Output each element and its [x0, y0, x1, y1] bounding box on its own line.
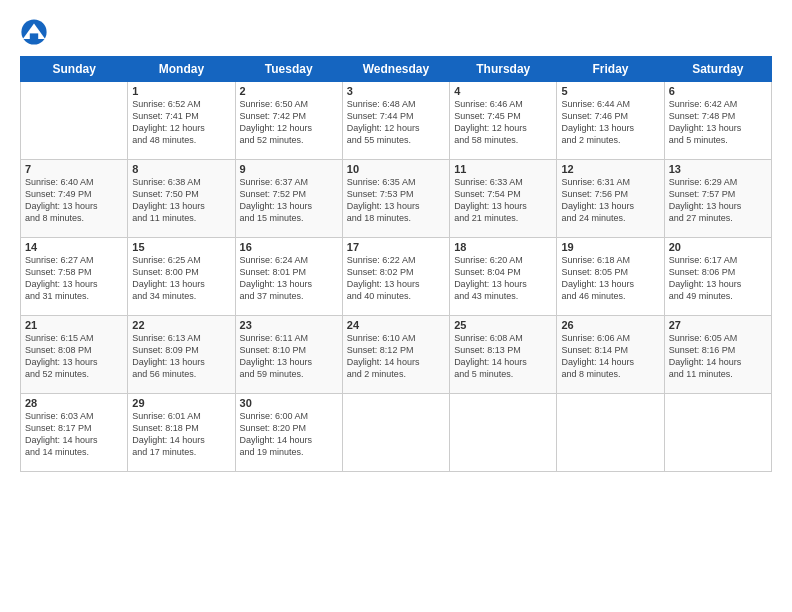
day-number: 15	[132, 241, 230, 253]
day-info: Sunrise: 6:33 AM Sunset: 7:54 PM Dayligh…	[454, 176, 552, 225]
day-info: Sunrise: 6:31 AM Sunset: 7:56 PM Dayligh…	[561, 176, 659, 225]
calendar-cell: 18Sunrise: 6:20 AM Sunset: 8:04 PM Dayli…	[450, 238, 557, 316]
day-info: Sunrise: 6:24 AM Sunset: 8:01 PM Dayligh…	[240, 254, 338, 303]
day-info: Sunrise: 6:27 AM Sunset: 7:58 PM Dayligh…	[25, 254, 123, 303]
day-number: 1	[132, 85, 230, 97]
day-number: 6	[669, 85, 767, 97]
calendar-cell: 2Sunrise: 6:50 AM Sunset: 7:42 PM Daylig…	[235, 82, 342, 160]
day-number: 17	[347, 241, 445, 253]
calendar-cell: 1Sunrise: 6:52 AM Sunset: 7:41 PM Daylig…	[128, 82, 235, 160]
calendar-cell: 21Sunrise: 6:15 AM Sunset: 8:08 PM Dayli…	[21, 316, 128, 394]
calendar-cell	[557, 394, 664, 472]
weekday-header-sunday: Sunday	[21, 57, 128, 82]
calendar-cell: 28Sunrise: 6:03 AM Sunset: 8:17 PM Dayli…	[21, 394, 128, 472]
day-number: 16	[240, 241, 338, 253]
day-info: Sunrise: 6:06 AM Sunset: 8:14 PM Dayligh…	[561, 332, 659, 381]
day-number: 19	[561, 241, 659, 253]
calendar-week-row: 1Sunrise: 6:52 AM Sunset: 7:41 PM Daylig…	[21, 82, 772, 160]
day-info: Sunrise: 6:22 AM Sunset: 8:02 PM Dayligh…	[347, 254, 445, 303]
day-info: Sunrise: 6:46 AM Sunset: 7:45 PM Dayligh…	[454, 98, 552, 147]
day-number: 4	[454, 85, 552, 97]
calendar-cell: 6Sunrise: 6:42 AM Sunset: 7:48 PM Daylig…	[664, 82, 771, 160]
day-number: 30	[240, 397, 338, 409]
day-info: Sunrise: 6:25 AM Sunset: 8:00 PM Dayligh…	[132, 254, 230, 303]
day-number: 2	[240, 85, 338, 97]
day-number: 11	[454, 163, 552, 175]
day-info: Sunrise: 6:50 AM Sunset: 7:42 PM Dayligh…	[240, 98, 338, 147]
day-number: 12	[561, 163, 659, 175]
day-number: 10	[347, 163, 445, 175]
calendar-cell: 25Sunrise: 6:08 AM Sunset: 8:13 PM Dayli…	[450, 316, 557, 394]
calendar-cell	[664, 394, 771, 472]
day-number: 23	[240, 319, 338, 331]
day-info: Sunrise: 6:15 AM Sunset: 8:08 PM Dayligh…	[25, 332, 123, 381]
calendar-cell: 5Sunrise: 6:44 AM Sunset: 7:46 PM Daylig…	[557, 82, 664, 160]
day-info: Sunrise: 6:17 AM Sunset: 8:06 PM Dayligh…	[669, 254, 767, 303]
day-info: Sunrise: 6:18 AM Sunset: 8:05 PM Dayligh…	[561, 254, 659, 303]
calendar-week-row: 28Sunrise: 6:03 AM Sunset: 8:17 PM Dayli…	[21, 394, 772, 472]
calendar-cell: 26Sunrise: 6:06 AM Sunset: 8:14 PM Dayli…	[557, 316, 664, 394]
day-info: Sunrise: 6:05 AM Sunset: 8:16 PM Dayligh…	[669, 332, 767, 381]
calendar-cell: 29Sunrise: 6:01 AM Sunset: 8:18 PM Dayli…	[128, 394, 235, 472]
day-info: Sunrise: 6:37 AM Sunset: 7:52 PM Dayligh…	[240, 176, 338, 225]
calendar-cell: 15Sunrise: 6:25 AM Sunset: 8:00 PM Dayli…	[128, 238, 235, 316]
calendar-table: SundayMondayTuesdayWednesdayThursdayFrid…	[20, 56, 772, 472]
calendar-cell: 14Sunrise: 6:27 AM Sunset: 7:58 PM Dayli…	[21, 238, 128, 316]
day-info: Sunrise: 6:08 AM Sunset: 8:13 PM Dayligh…	[454, 332, 552, 381]
calendar-cell: 13Sunrise: 6:29 AM Sunset: 7:57 PM Dayli…	[664, 160, 771, 238]
calendar-cell: 3Sunrise: 6:48 AM Sunset: 7:44 PM Daylig…	[342, 82, 449, 160]
day-number: 5	[561, 85, 659, 97]
calendar-cell: 4Sunrise: 6:46 AM Sunset: 7:45 PM Daylig…	[450, 82, 557, 160]
calendar-cell: 12Sunrise: 6:31 AM Sunset: 7:56 PM Dayli…	[557, 160, 664, 238]
day-number: 20	[669, 241, 767, 253]
calendar-cell: 9Sunrise: 6:37 AM Sunset: 7:52 PM Daylig…	[235, 160, 342, 238]
day-info: Sunrise: 6:10 AM Sunset: 8:12 PM Dayligh…	[347, 332, 445, 381]
calendar-cell: 19Sunrise: 6:18 AM Sunset: 8:05 PM Dayli…	[557, 238, 664, 316]
day-info: Sunrise: 6:44 AM Sunset: 7:46 PM Dayligh…	[561, 98, 659, 147]
calendar-cell	[342, 394, 449, 472]
day-number: 26	[561, 319, 659, 331]
day-info: Sunrise: 6:42 AM Sunset: 7:48 PM Dayligh…	[669, 98, 767, 147]
calendar-cell: 11Sunrise: 6:33 AM Sunset: 7:54 PM Dayli…	[450, 160, 557, 238]
day-info: Sunrise: 6:20 AM Sunset: 8:04 PM Dayligh…	[454, 254, 552, 303]
day-info: Sunrise: 6:38 AM Sunset: 7:50 PM Dayligh…	[132, 176, 230, 225]
calendar-cell: 24Sunrise: 6:10 AM Sunset: 8:12 PM Dayli…	[342, 316, 449, 394]
day-number: 22	[132, 319, 230, 331]
day-number: 25	[454, 319, 552, 331]
weekday-header-friday: Friday	[557, 57, 664, 82]
calendar-page: SundayMondayTuesdayWednesdayThursdayFrid…	[0, 0, 792, 612]
calendar-week-row: 7Sunrise: 6:40 AM Sunset: 7:49 PM Daylig…	[21, 160, 772, 238]
day-info: Sunrise: 6:11 AM Sunset: 8:10 PM Dayligh…	[240, 332, 338, 381]
calendar-week-row: 21Sunrise: 6:15 AM Sunset: 8:08 PM Dayli…	[21, 316, 772, 394]
day-number: 14	[25, 241, 123, 253]
day-number: 21	[25, 319, 123, 331]
day-info: Sunrise: 6:29 AM Sunset: 7:57 PM Dayligh…	[669, 176, 767, 225]
day-number: 3	[347, 85, 445, 97]
day-number: 8	[132, 163, 230, 175]
day-info: Sunrise: 6:48 AM Sunset: 7:44 PM Dayligh…	[347, 98, 445, 147]
day-number: 24	[347, 319, 445, 331]
calendar-week-row: 14Sunrise: 6:27 AM Sunset: 7:58 PM Dayli…	[21, 238, 772, 316]
day-number: 27	[669, 319, 767, 331]
day-info: Sunrise: 6:52 AM Sunset: 7:41 PM Dayligh…	[132, 98, 230, 147]
calendar-header: SundayMondayTuesdayWednesdayThursdayFrid…	[21, 57, 772, 82]
day-info: Sunrise: 6:13 AM Sunset: 8:09 PM Dayligh…	[132, 332, 230, 381]
day-info: Sunrise: 6:03 AM Sunset: 8:17 PM Dayligh…	[25, 410, 123, 459]
calendar-cell: 10Sunrise: 6:35 AM Sunset: 7:53 PM Dayli…	[342, 160, 449, 238]
weekday-header-wednesday: Wednesday	[342, 57, 449, 82]
day-number: 7	[25, 163, 123, 175]
weekday-header-monday: Monday	[128, 57, 235, 82]
calendar-body: 1Sunrise: 6:52 AM Sunset: 7:41 PM Daylig…	[21, 82, 772, 472]
day-info: Sunrise: 6:00 AM Sunset: 8:20 PM Dayligh…	[240, 410, 338, 459]
weekday-header-tuesday: Tuesday	[235, 57, 342, 82]
calendar-cell: 16Sunrise: 6:24 AM Sunset: 8:01 PM Dayli…	[235, 238, 342, 316]
day-number: 9	[240, 163, 338, 175]
day-number: 28	[25, 397, 123, 409]
calendar-cell: 22Sunrise: 6:13 AM Sunset: 8:09 PM Dayli…	[128, 316, 235, 394]
calendar-cell: 8Sunrise: 6:38 AM Sunset: 7:50 PM Daylig…	[128, 160, 235, 238]
calendar-cell: 20Sunrise: 6:17 AM Sunset: 8:06 PM Dayli…	[664, 238, 771, 316]
calendar-cell: 30Sunrise: 6:00 AM Sunset: 8:20 PM Dayli…	[235, 394, 342, 472]
weekday-header-thursday: Thursday	[450, 57, 557, 82]
day-number: 13	[669, 163, 767, 175]
weekday-header-saturday: Saturday	[664, 57, 771, 82]
